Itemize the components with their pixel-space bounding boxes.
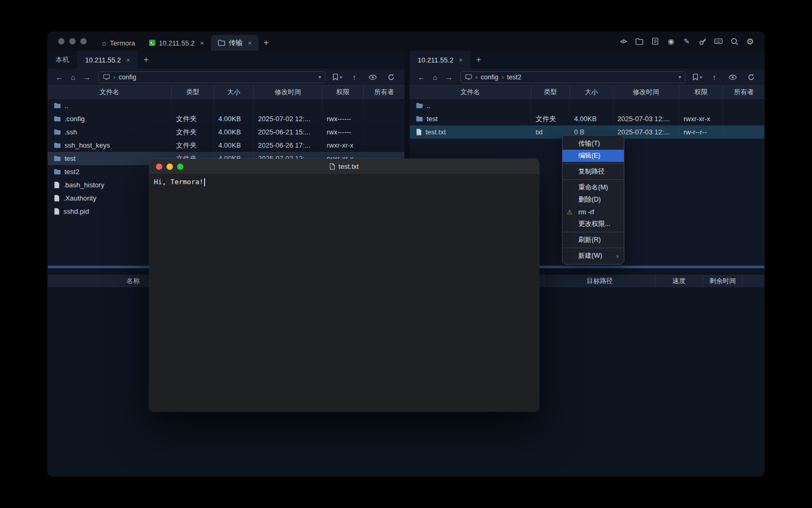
titlebar: ⌂ Termora 10.211.55.2 × 传输 × + </> xyxy=(48,32,764,51)
close-window-button[interactable] xyxy=(58,38,64,44)
breadcrumb-item[interactable]: test2 xyxy=(507,74,521,81)
keyboard-icon[interactable] xyxy=(714,37,723,46)
search-icon[interactable] xyxy=(730,37,739,46)
zoom-window-button[interactable] xyxy=(80,38,87,44)
parent-directory-icon[interactable]: ↑ xyxy=(348,71,361,83)
column-header-filename[interactable]: 文件名 xyxy=(48,85,172,99)
close-icon[interactable]: × xyxy=(126,57,131,64)
cell-owner xyxy=(723,112,764,125)
column-header-modified[interactable]: 修改时间 xyxy=(254,85,322,99)
close-window-button[interactable] xyxy=(156,164,162,170)
minimize-window-button[interactable] xyxy=(167,164,173,170)
file-row[interactable]: test 文件夹 4.00KB 2025-07-03 12:... rwxr-x… xyxy=(410,112,764,125)
path-breadcrumb[interactable]: › config ▾ xyxy=(98,71,326,83)
refresh-icon[interactable] xyxy=(385,71,398,83)
breadcrumb-item[interactable]: config xyxy=(118,74,136,81)
show-hidden-eye-icon[interactable] xyxy=(366,71,379,83)
cell-type: 文件夹 xyxy=(172,139,214,152)
home-icon[interactable]: ⌂ xyxy=(429,71,441,83)
refresh-icon[interactable] xyxy=(745,71,758,83)
tab-label: 10.211.55.2 xyxy=(85,56,121,64)
chevron-down-icon[interactable]: ▾ xyxy=(318,74,321,80)
forward-icon[interactable]: → xyxy=(80,71,93,83)
file-row[interactable]: .. xyxy=(48,99,404,112)
panel-tab-host[interactable]: 10.211.55.2 × xyxy=(77,51,138,69)
menu-item-rename[interactable]: 重命名(M) xyxy=(562,182,624,194)
column-header-size[interactable]: 大小 xyxy=(570,85,613,99)
pencil-icon[interactable]: ✎ xyxy=(682,37,691,46)
column-header-perms[interactable]: 权限 xyxy=(679,85,723,99)
file-row[interactable]: .ssh 文件夹 4.00KB 2025-06-21 15:... rwx---… xyxy=(48,125,404,139)
record-icon[interactable]: ◉ xyxy=(666,37,676,46)
column-header-modified[interactable]: 修改时间 xyxy=(613,85,679,99)
file-icon xyxy=(54,208,60,215)
forward-icon[interactable]: → xyxy=(442,71,455,83)
file-row[interactable]: .config 文件夹 4.00KB 2025-07-02 12:... rwx… xyxy=(48,112,404,125)
transfer-column-spacer xyxy=(743,275,764,287)
window-controls[interactable] xyxy=(48,38,95,44)
left-panel-tabs: 本机 10.211.55.2 × + xyxy=(48,51,404,69)
cell-perms: rwx------ xyxy=(322,125,364,139)
file-name: ssh_host_keys xyxy=(64,141,110,149)
menu-item-label: 刷新(R) xyxy=(578,235,601,244)
column-header-size[interactable]: 大小 xyxy=(214,85,254,99)
column-header-owner[interactable]: 所有者 xyxy=(364,85,404,99)
column-header-owner[interactable]: 所有者 xyxy=(723,85,764,99)
log-icon[interactable] xyxy=(650,37,660,46)
editor-titlebar[interactable]: test.txt xyxy=(149,159,539,175)
menu-item-delete[interactable]: 删除(D) xyxy=(562,194,624,206)
minimize-window-button[interactable] xyxy=(69,38,76,44)
cell-modified xyxy=(613,99,679,112)
panel-tab-host[interactable]: 10.211.55.2 × xyxy=(410,51,470,69)
back-icon[interactable]: ← xyxy=(415,71,428,83)
new-tab-button[interactable]: + xyxy=(259,35,273,51)
cell-owner xyxy=(364,125,404,139)
zoom-window-button[interactable] xyxy=(177,164,183,170)
tab-ssh-session[interactable]: 10.211.55.2 × xyxy=(142,35,211,51)
panel-tab-local[interactable]: 本机 xyxy=(48,51,77,69)
menu-item-chmod[interactable]: 更改权限... xyxy=(562,218,624,230)
editor-content[interactable]: Hi, Termora! xyxy=(149,175,539,189)
menu-item-new[interactable]: 新建(W) › xyxy=(562,250,624,262)
show-hidden-eye-icon[interactable] xyxy=(726,71,739,83)
close-icon[interactable]: × xyxy=(459,57,463,64)
cell-name: test xyxy=(410,112,531,125)
new-panel-tab-button[interactable]: + xyxy=(138,51,154,69)
back-icon[interactable]: ← xyxy=(53,71,66,83)
menu-item-edit[interactable]: 编辑(E) xyxy=(562,150,624,162)
home-icon[interactable]: ⌂ xyxy=(67,71,79,83)
bookmark-button[interactable]: ▾ xyxy=(693,74,702,80)
menu-item-transfer[interactable]: 传输(T) xyxy=(562,138,624,150)
menu-item-refresh[interactable]: 刷新(R) xyxy=(562,234,624,246)
editor-window-controls[interactable] xyxy=(149,164,183,170)
column-header-type[interactable]: 类型 xyxy=(172,85,214,99)
column-header-type[interactable]: 类型 xyxy=(531,85,570,99)
chevron-down-icon[interactable]: ▾ xyxy=(678,74,681,80)
file-name: .config xyxy=(64,115,85,123)
left-table-header: 文件名 类型 大小 修改时间 权限 所有者 xyxy=(48,85,404,99)
menu-item-copy-path[interactable]: 复制路径 xyxy=(562,166,624,178)
column-header-perms[interactable]: 权限 xyxy=(322,85,364,99)
file-row[interactable]: .. xyxy=(410,99,764,112)
tab-termora-home[interactable]: ⌂ Termora xyxy=(95,35,142,51)
file-row[interactable]: ssh_host_keys 文件夹 4.00KB 2025-06-26 17:.… xyxy=(48,139,404,152)
bookmark-button[interactable]: ▾ xyxy=(333,74,342,80)
breadcrumb-item[interactable]: config xyxy=(481,74,498,81)
code-icon[interactable]: </> xyxy=(619,37,628,46)
file-name: .. xyxy=(427,102,430,110)
tab-transfer[interactable]: 传输 × xyxy=(211,35,259,51)
breadcrumb-separator: › xyxy=(475,73,477,81)
settings-icon[interactable]: ⚙ xyxy=(745,37,755,46)
column-header-filename[interactable]: 文件名 xyxy=(410,85,531,99)
folder-icon[interactable] xyxy=(634,37,644,46)
key-icon[interactable] xyxy=(698,37,707,46)
menu-item-rm-rf[interactable]: ⚠ rm -rf xyxy=(562,206,624,218)
parent-directory-icon[interactable]: ↑ xyxy=(708,71,721,83)
document-icon xyxy=(329,163,335,170)
cell-type: 文件夹 xyxy=(172,112,214,125)
new-panel-tab-button[interactable]: + xyxy=(470,51,486,69)
cell-name: .ssh xyxy=(48,125,172,139)
close-icon[interactable]: × xyxy=(248,40,252,47)
close-icon[interactable]: × xyxy=(200,40,204,47)
path-breadcrumb[interactable]: › config › test2 ▾ xyxy=(460,71,686,83)
